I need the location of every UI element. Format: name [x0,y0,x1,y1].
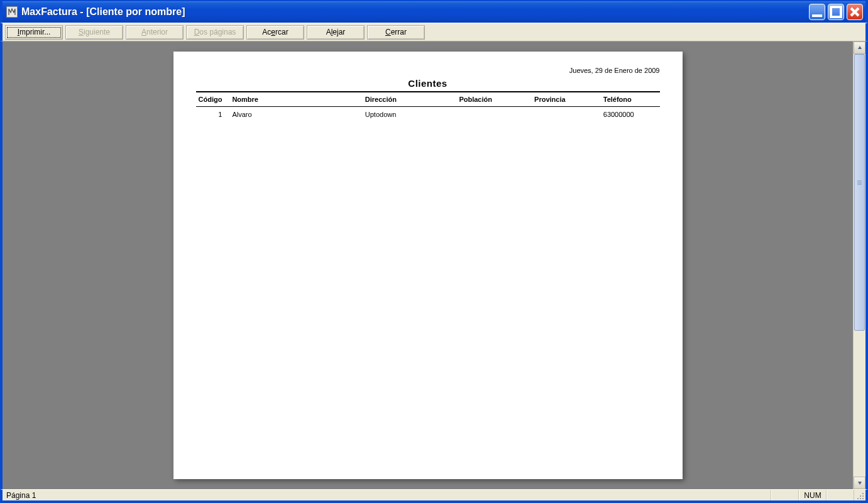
svg-marker-5 [858,482,862,485]
status-num: NUM [799,490,827,500]
cell-telefono: 63000000 [603,111,660,118]
cell-codigo: 1 [196,111,228,118]
preview-canvas: Jueves, 29 de Enero de 2009 Clientes Cód… [3,41,853,489]
col-header-nombre: Nombre [227,96,365,103]
cell-nombre: Alvaro [227,111,365,118]
table-row: 1 Alvaro Uptodown 63000000 [196,107,660,122]
svg-marker-4 [858,46,862,49]
svg-point-8 [862,495,864,497]
col-header-codigo: Código [196,96,228,103]
status-pane-3 [827,490,854,500]
col-header-telefono: Teléfono [603,96,660,103]
report-title: Clientes [196,78,660,89]
two-pages-button: Dos páginas [186,25,244,40]
scroll-up-button[interactable] [854,41,865,54]
statusbar: Página 1 NUM [0,489,868,503]
vertical-scrollbar[interactable] [853,41,865,489]
zoom-in-button[interactable]: Acercar [246,25,304,40]
scroll-thumb[interactable] [854,54,865,331]
cell-direccion: Uptodown [365,111,459,118]
status-pane-1 [771,490,799,500]
titlebar: MaxFactura - [Cliente por nombre] [0,0,868,23]
col-header-poblacion: Población [459,96,534,103]
window-buttons [809,4,865,20]
svg-rect-1 [831,7,841,17]
zoom-out-button[interactable]: Alejar [307,25,365,40]
svg-point-11 [862,498,864,499]
svg-point-9 [857,498,859,499]
prev-button: Anterior [126,25,184,40]
svg-point-6 [862,493,864,494]
window-title: MaxFactura - [Cliente por nombre] [21,6,809,18]
scroll-track[interactable] [854,54,865,477]
scroll-down-button[interactable] [854,477,865,489]
preview-area: Jueves, 29 de Enero de 2009 Clientes Cód… [0,41,868,489]
svg-point-7 [860,495,861,497]
report-page: Jueves, 29 de Enero de 2009 Clientes Cód… [173,52,683,479]
table-header: Código Nombre Dirección Población Provin… [196,91,660,107]
close-window-button[interactable] [847,4,863,20]
next-button: Siguiente [65,25,123,40]
col-header-provincia: Provincia [534,96,603,103]
cell-provincia [534,111,603,118]
svg-point-10 [860,498,861,499]
maximize-button[interactable] [828,4,844,20]
print-button[interactable]: Imprimir... [5,25,63,40]
app-icon [6,6,18,18]
cell-poblacion [459,111,534,118]
col-header-direccion: Dirección [365,96,459,103]
close-button[interactable]: Cerrar [367,25,425,40]
toolbar: Imprimir... Siguiente Anterior Dos págin… [0,23,868,41]
status-page: Página 1 [3,490,771,500]
resize-grip-icon[interactable] [854,490,865,501]
report-date: Jueves, 29 de Enero de 2009 [196,67,660,74]
minimize-button[interactable] [809,4,825,20]
